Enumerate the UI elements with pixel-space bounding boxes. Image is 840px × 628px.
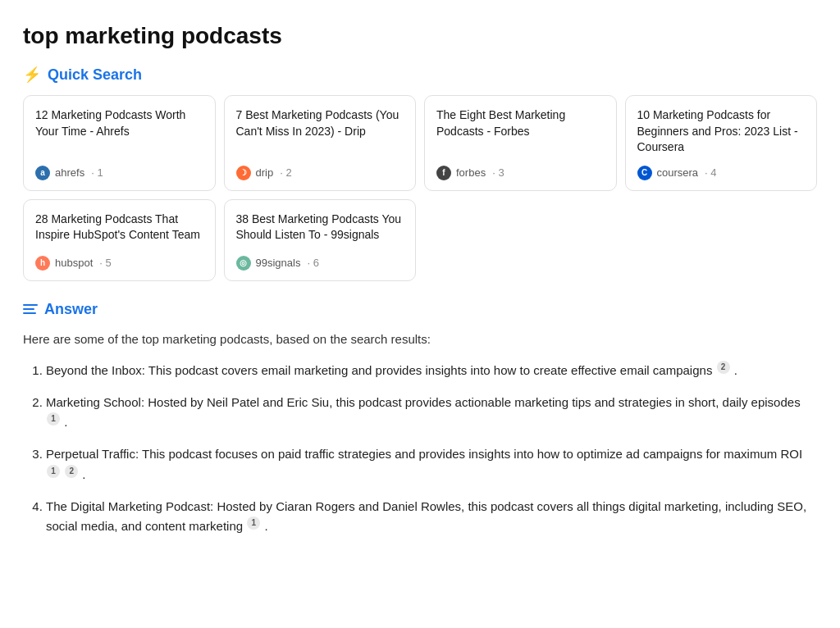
card-title: 38 Best Marketing Podcasts You Should Li…	[236, 212, 404, 243]
answer-item-text: Perpetual Traffic: This podcast focuses …	[46, 447, 802, 461]
card-num: · 1	[91, 166, 103, 179]
answer-label: Answer	[44, 301, 98, 318]
answer-item-text: The Digital Marketing Podcast: Hosted by…	[46, 499, 806, 534]
card-hubspot[interactable]: 28 Marketing Podcasts That Inspire HubSp…	[23, 199, 216, 281]
card-source: drip	[256, 166, 274, 179]
card-title: 28 Marketing Podcasts That Inspire HubSp…	[35, 212, 203, 243]
card-num: · 5	[99, 257, 111, 269]
empty-card-4	[625, 199, 818, 281]
card-meta: a ahrefs · 1	[35, 166, 203, 180]
card-num: · 4	[705, 166, 716, 179]
answer-item-4: The Digital Marketing Podcast: Hosted by…	[46, 497, 817, 538]
citation-2: 2	[717, 361, 730, 374]
quick-search-label: Quick Search	[48, 66, 142, 84]
card-num: · 6	[307, 257, 318, 269]
card-num: · 2	[280, 166, 291, 179]
card-title: 7 Best Marketing Podcasts (You Can't Mis…	[236, 107, 404, 139]
card-title: 12 Marketing Podcasts Worth Your Time - …	[35, 107, 203, 139]
favicon-drip: ☽	[236, 166, 251, 180]
favicon-ahrefs: a	[35, 166, 50, 180]
favicon-hubspot: h	[35, 256, 50, 271]
card-title: The Eight Best Marketing Podcasts - Forb…	[436, 107, 605, 139]
card-num: · 3	[492, 166, 504, 179]
card-99signals[interactable]: 38 Best Marketing Podcasts You Should Li…	[224, 199, 417, 281]
card-drip[interactable]: 7 Best Marketing Podcasts (You Can't Mis…	[224, 95, 417, 191]
answer-item-text: Marketing School: Hosted by Neil Patel a…	[46, 395, 801, 409]
card-meta: C coursera · 4	[637, 166, 806, 180]
card-title: 10 Marketing Podcasts for Beginners and …	[637, 107, 806, 156]
answer-intro: Here are some of the top marketing podca…	[23, 330, 817, 349]
card-source: ahrefs	[55, 166, 84, 179]
card-source: hubspot	[55, 257, 93, 269]
answer-list: Beyond the Inbox: This podcast covers em…	[23, 361, 817, 537]
answer-item-1: Beyond the Inbox: This podcast covers em…	[46, 361, 817, 381]
favicon-coursera: C	[637, 166, 652, 180]
cards-row-1: 12 Marketing Podcasts Worth Your Time - …	[23, 95, 817, 191]
favicon-forbes: f	[436, 166, 451, 180]
citation-1c: 1	[247, 517, 260, 530]
answer-item-2: Marketing School: Hosted by Neil Patel a…	[46, 393, 817, 434]
card-source: 99signals	[256, 257, 301, 269]
favicon-99signals: ◎	[236, 256, 251, 271]
page-title: top marketing podcasts	[23, 23, 817, 49]
card-source: coursera	[657, 166, 699, 179]
answer-item-3: Perpetual Traffic: This podcast focuses …	[46, 444, 817, 485]
card-coursera[interactable]: 10 Marketing Podcasts for Beginners and …	[625, 95, 818, 191]
quick-search-header: ⚡ Quick Search	[23, 66, 817, 84]
answer-header: Answer	[23, 301, 817, 318]
card-forbes[interactable]: The Eight Best Marketing Podcasts - Forb…	[424, 95, 617, 191]
card-meta: f forbes · 3	[436, 166, 605, 180]
card-ahrefs[interactable]: 12 Marketing Podcasts Worth Your Time - …	[23, 95, 216, 191]
card-meta: ◎ 99signals · 6	[236, 256, 404, 271]
card-meta: h hubspot · 5	[35, 256, 203, 271]
citation-1: 1	[47, 412, 60, 425]
citation-1b: 1	[47, 465, 60, 478]
answer-item-text: Beyond the Inbox: This podcast covers em…	[46, 363, 712, 377]
cards-row-2: 28 Marketing Podcasts That Inspire HubSp…	[23, 199, 817, 281]
card-source: forbes	[456, 166, 486, 179]
citation-2b: 2	[65, 465, 78, 478]
empty-card-3	[424, 199, 617, 281]
answer-section: Answer Here are some of the top marketin…	[23, 301, 817, 537]
card-meta: ☽ drip · 2	[236, 166, 404, 180]
lightning-icon: ⚡	[23, 66, 41, 84]
lines-icon	[23, 304, 38, 314]
